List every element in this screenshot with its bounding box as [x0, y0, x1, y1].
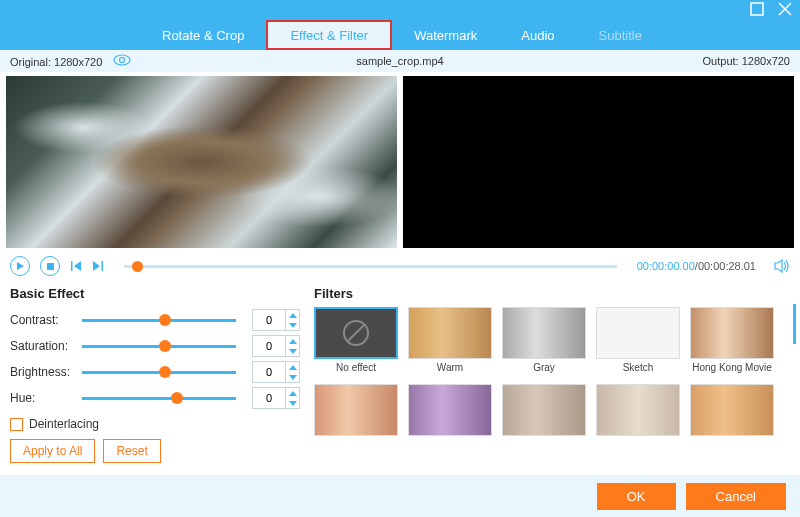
svg-rect-7: [71, 261, 73, 271]
chevron-up-icon[interactable]: [286, 388, 299, 398]
filter-gray[interactable]: Gray: [502, 307, 586, 374]
svg-marker-16: [289, 365, 297, 370]
svg-rect-10: [102, 261, 104, 271]
brightness-slider[interactable]: [82, 371, 236, 374]
timeline-slider[interactable]: [124, 265, 617, 268]
prev-frame-button[interactable]: [70, 260, 82, 272]
preview-area: [0, 72, 800, 252]
no-effect-icon: [314, 307, 398, 359]
svg-marker-9: [93, 261, 100, 271]
basic-effect-panel: Basic Effect Contrast: 0 Saturation: 0 B…: [10, 286, 300, 463]
filter-thumb: [690, 307, 774, 359]
filter-item[interactable]: [690, 384, 774, 451]
svg-rect-6: [47, 263, 54, 270]
maximize-icon[interactable]: [750, 2, 764, 19]
svg-marker-13: [289, 323, 297, 328]
tab-rotate-crop[interactable]: Rotate & Crop: [140, 20, 266, 50]
svg-point-3: [114, 55, 130, 65]
deinterlacing-label: Deinterlacing: [29, 417, 99, 431]
basic-effect-heading: Basic Effect: [10, 286, 300, 301]
filter-label: No effect: [336, 362, 376, 374]
scrollbar[interactable]: [793, 304, 796, 344]
filter-warm[interactable]: Warm: [408, 307, 492, 374]
filter-item[interactable]: [408, 384, 492, 451]
hue-slider[interactable]: [82, 397, 236, 400]
contrast-slider[interactable]: [82, 319, 236, 322]
brightness-label: Brightness:: [10, 365, 82, 379]
apply-to-all-button[interactable]: Apply to All: [10, 439, 95, 463]
svg-marker-17: [289, 375, 297, 380]
ok-button[interactable]: OK: [597, 483, 676, 510]
volume-icon[interactable]: [774, 259, 790, 273]
checkbox-icon[interactable]: [10, 418, 23, 431]
hue-spin[interactable]: 0: [252, 387, 300, 409]
brightness-spin[interactable]: 0: [252, 361, 300, 383]
saturation-knob[interactable]: [159, 340, 171, 352]
brightness-value: 0: [253, 366, 285, 378]
filter-thumb: [502, 307, 586, 359]
tab-audio[interactable]: Audio: [499, 20, 576, 50]
hue-value: 0: [253, 392, 285, 404]
chevron-down-icon[interactable]: [286, 346, 299, 356]
filter-label: Sketch: [623, 362, 654, 374]
eye-icon[interactable]: [113, 54, 131, 66]
cancel-button[interactable]: Cancel: [686, 483, 786, 510]
reset-button[interactable]: Reset: [103, 439, 160, 463]
next-frame-button[interactable]: [92, 260, 104, 272]
filter-thumb: [408, 307, 492, 359]
chevron-down-icon[interactable]: [286, 372, 299, 382]
chevron-up-icon[interactable]: [286, 336, 299, 346]
svg-rect-0: [751, 3, 763, 15]
deinterlacing-checkbox[interactable]: Deinterlacing: [10, 417, 300, 431]
timeline-handle[interactable]: [132, 261, 143, 272]
contrast-knob[interactable]: [159, 314, 171, 326]
tab-watermark[interactable]: Watermark: [392, 20, 499, 50]
time-current: 00:00:00.00: [637, 260, 695, 272]
filter-item[interactable]: [314, 384, 398, 451]
tab-effect-filter[interactable]: Effect & Filter: [266, 20, 392, 50]
filter-no-effect[interactable]: No effect: [314, 307, 398, 374]
chevron-down-icon[interactable]: [286, 320, 299, 330]
svg-marker-12: [289, 313, 297, 318]
preview-original: [6, 76, 397, 248]
contrast-value: 0: [253, 314, 285, 326]
chevron-up-icon[interactable]: [286, 362, 299, 372]
filter-hong-kong[interactable]: Hong Kong Movie: [690, 307, 774, 374]
close-icon[interactable]: [778, 2, 792, 19]
filter-item[interactable]: [596, 384, 680, 451]
svg-marker-14: [289, 339, 297, 344]
play-button[interactable]: [10, 256, 30, 276]
filter-label: Gray: [533, 362, 555, 374]
titlebar: [0, 0, 800, 20]
svg-marker-18: [289, 391, 297, 396]
filter-thumb: [408, 384, 492, 436]
filter-thumb: [502, 384, 586, 436]
preview-output: [403, 76, 794, 248]
svg-line-21: [348, 325, 364, 341]
chevron-up-icon[interactable]: [286, 310, 299, 320]
svg-marker-8: [74, 261, 81, 271]
saturation-label: Saturation:: [10, 339, 82, 353]
filter-item[interactable]: [502, 384, 586, 451]
playback-controls: 00:00:00.00/00:00:28.01: [0, 252, 800, 280]
filter-thumb: [314, 384, 398, 436]
original-resolution: Original: 1280x720: [10, 56, 102, 68]
footer: OK Cancel: [0, 475, 800, 517]
tab-subtitle[interactable]: Subtitle: [577, 20, 664, 50]
hue-knob[interactable]: [171, 392, 183, 404]
svg-marker-15: [289, 349, 297, 354]
svg-marker-11: [775, 260, 782, 272]
brightness-knob[interactable]: [159, 366, 171, 378]
output-resolution: Output: 1280x720: [703, 55, 790, 67]
contrast-spin[interactable]: 0: [252, 309, 300, 331]
filters-panel: Filters No effect Warm Gray Sketch Hong …: [314, 286, 790, 463]
filter-label: Hong Kong Movie: [692, 362, 772, 374]
chevron-down-icon[interactable]: [286, 398, 299, 408]
svg-point-4: [120, 58, 125, 63]
filter-label: Warm: [437, 362, 463, 374]
saturation-spin[interactable]: 0: [252, 335, 300, 357]
filter-sketch[interactable]: Sketch: [596, 307, 680, 374]
saturation-slider[interactable]: [82, 345, 236, 348]
filter-thumb: [596, 384, 680, 436]
stop-button[interactable]: [40, 256, 60, 276]
